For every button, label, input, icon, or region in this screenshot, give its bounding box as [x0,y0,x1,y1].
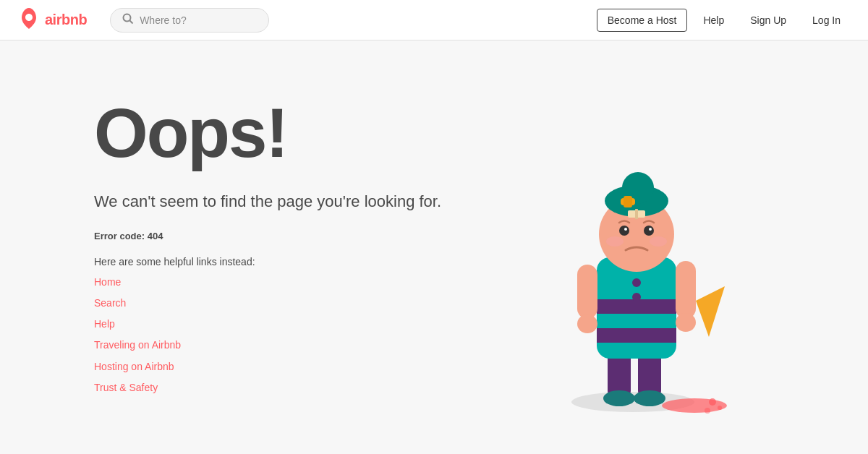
svg-point-9 [603,390,635,406]
svg-point-10 [634,390,665,406]
svg-rect-13 [597,328,676,343]
link-help[interactable]: Help [94,315,492,333]
character-svg [521,113,752,416]
helpful-links-list: Home Search Help Traveling on Airbnb Hos… [94,273,492,397]
svg-point-27 [619,226,629,236]
svg-rect-26 [624,196,632,207]
svg-point-28 [644,226,654,236]
logo-text: airbnb [45,12,87,28]
main-content: Oops! We can't seem to find the page you… [0,40,868,454]
svg-line-1 [130,20,133,23]
link-trust[interactable]: Trust & Safety [94,379,492,397]
svg-rect-17 [676,261,696,319]
header: airbnb Where to? Become a Host Help Sign… [0,0,868,40]
link-search[interactable]: Search [94,294,492,312]
svg-point-19 [577,314,597,333]
error-code: Error code: 404 [94,231,492,241]
svg-point-3 [662,398,727,413]
character-illustration [492,98,781,416]
svg-point-5 [718,406,722,410]
login-button[interactable]: Log In [802,9,851,32]
search-bar[interactable]: Where to? [110,8,269,33]
link-traveling[interactable]: Traveling on Airbnb [94,336,492,354]
signup-button[interactable]: Sign Up [740,9,796,32]
svg-point-4 [709,398,716,406]
header-nav: Become a Host Help Sign Up Log In [597,9,851,32]
help-button[interactable]: Help [693,9,734,32]
helpful-links-label: Here are some helpful links instead: [94,256,492,267]
become-host-button[interactable]: Become a Host [597,9,688,32]
svg-point-32 [650,236,667,247]
svg-point-15 [632,293,641,301]
search-placeholder: Where to? [140,14,187,26]
svg-point-6 [705,408,710,414]
svg-rect-16 [577,265,597,319]
svg-point-0 [124,14,131,21]
airbnb-logo-icon [17,7,41,33]
svg-rect-34 [635,209,638,219]
logo[interactable]: airbnb [17,7,87,33]
svg-point-20 [676,313,696,332]
svg-point-29 [624,228,627,231]
link-hosting[interactable]: Hosting on Airbnb [94,358,492,376]
error-content: Oops! We can't seem to find the page you… [94,98,492,397]
search-icon [122,13,134,27]
svg-point-14 [632,278,641,287]
svg-point-31 [606,236,624,247]
link-home[interactable]: Home [94,273,492,291]
not-found-message: We can't seem to find the page you're lo… [94,191,492,213]
svg-point-30 [649,228,652,231]
oops-heading: Oops! [94,98,492,168]
svg-marker-18 [696,286,725,337]
